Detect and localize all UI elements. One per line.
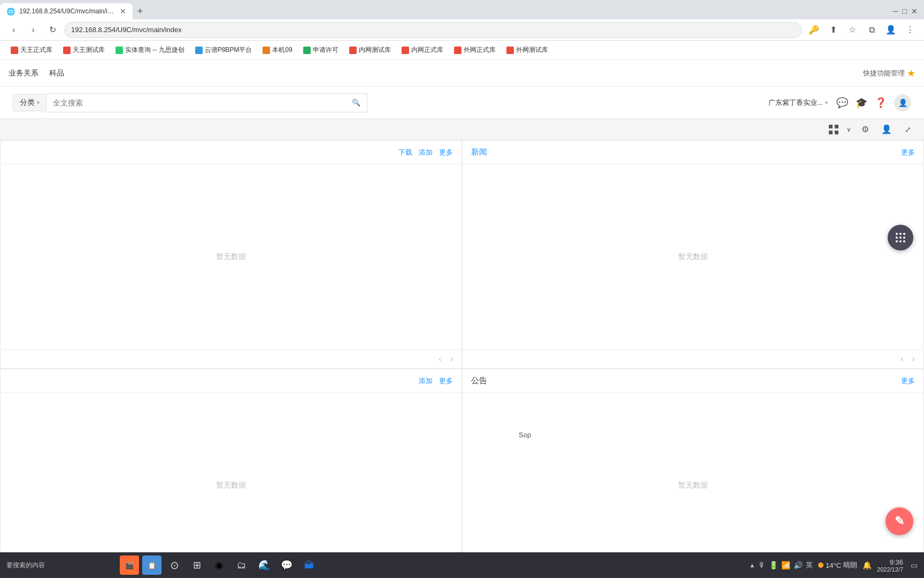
- taskbar-icon-clipboard[interactable]: 📋: [142, 556, 161, 575]
- tab-title: 192.168.8.254/U9C/mvc/main/index: [19, 7, 116, 15]
- toolbar-profile-btn[interactable]: 👤: [879, 122, 894, 137]
- panel-bottom-right-empty: 暂无数据: [678, 481, 708, 490]
- bookmark-icon-2: [63, 47, 71, 54]
- svg-point-12: [903, 240, 905, 242]
- more-btn-top-left[interactable]: 更多: [439, 148, 453, 157]
- taskbar-icons: 🎬 📋 ⊙ ⊞ ◉ 🗂 🌊 💬 🏔: [120, 556, 319, 575]
- browser-actions: 🔑 ⬆ ☆ ⧉ 👤 ⋮: [806, 22, 918, 37]
- minimize-btn[interactable]: ─: [893, 7, 898, 16]
- grid-view-btn[interactable]: [827, 123, 840, 136]
- bookmark-extranet-official[interactable]: 外网正式库: [450, 43, 500, 57]
- taskbar-icon-files[interactable]: 🗂: [232, 556, 251, 575]
- profile-btn[interactable]: 👤: [883, 22, 898, 37]
- search-input[interactable]: [53, 98, 352, 107]
- maximize-btn[interactable]: □: [903, 7, 907, 16]
- taskbar-volume-icon[interactable]: 🔊: [794, 561, 803, 569]
- company-selector[interactable]: 广东紫丁香实业... ▾: [768, 98, 828, 108]
- more-btn-bottom-right[interactable]: 更多: [901, 376, 915, 386]
- toolbar-chevron[interactable]: ∨: [846, 126, 851, 133]
- toolbar-expand-btn[interactable]: ⤢: [900, 122, 915, 137]
- back-button[interactable]: ‹: [6, 22, 21, 37]
- active-tab[interactable]: 🌐 192.168.8.254/U9C/mvc/main/index ✕: [0, 3, 133, 19]
- taskbar-icon-film[interactable]: 🎬: [120, 556, 139, 575]
- menu-btn[interactable]: ⋮: [903, 22, 918, 37]
- browser-chrome: 🌐 192.168.8.254/U9C/mvc/main/index ✕ + ─…: [0, 0, 924, 60]
- floating-edit-button[interactable]: ✎: [886, 507, 913, 535]
- toolbar-settings-btn[interactable]: ⚙: [858, 122, 873, 137]
- nav-item-business[interactable]: 业务关系: [9, 66, 38, 80]
- bookmark-tianwang-official[interactable]: 天王正式库: [6, 43, 57, 57]
- bookmark-intranet-official[interactable]: 内网正式库: [397, 43, 448, 57]
- taskbar-icon-edge[interactable]: 🌊: [255, 556, 274, 575]
- panel-bottom-left-body: 暂无数据: [1, 393, 461, 578]
- svg-point-7: [896, 237, 898, 239]
- bookmark-icon-8: [402, 47, 409, 54]
- notification-btn[interactable]: 🔔: [863, 561, 872, 569]
- taskbar-clock: 9:36 2022/12/7: [877, 558, 903, 573]
- floating-grid-button[interactable]: [888, 225, 913, 250]
- bookmark-btn[interactable]: ☆: [845, 22, 860, 37]
- add-btn-top-left[interactable]: 添加: [419, 148, 433, 157]
- taskbar-icon-grid[interactable]: ⊞: [187, 556, 206, 575]
- taskbar-sys-icons: ▲ 🎙 🔋 📶 🔊 英: [749, 560, 813, 570]
- taskbar-icon-wechat[interactable]: 💬: [277, 556, 296, 575]
- learn-icon-btn[interactable]: 🎓: [856, 97, 867, 109]
- bookmark-extranet-test[interactable]: 外网测试库: [502, 43, 552, 57]
- bookmark-icon-7: [349, 47, 357, 54]
- bookmark-label-8: 内网正式库: [411, 45, 443, 55]
- bookmark-tianwang-test[interactable]: 天王测试库: [59, 43, 109, 57]
- bookmark-label-10: 外网测试库: [516, 45, 548, 55]
- panel-top-right-next[interactable]: ›: [912, 354, 915, 364]
- bookmark-local09[interactable]: 本机09: [258, 43, 296, 57]
- taskbar-search-icon: ⊙: [170, 559, 179, 572]
- tab-close-btn[interactable]: ✕: [120, 7, 126, 16]
- more-btn-bottom-left[interactable]: 更多: [439, 376, 453, 386]
- address-bar[interactable]: 192.168.8.254/U9C/mvc/main/index: [64, 22, 802, 38]
- star-icon[interactable]: ★: [907, 67, 915, 79]
- taskbar-mountain-icon: 🏔: [304, 560, 314, 571]
- search-category-btn[interactable]: 分类 ▾: [13, 94, 47, 111]
- reload-button[interactable]: ↻: [45, 22, 60, 37]
- bookmark-label-2: 天王测试库: [73, 45, 105, 55]
- bookmark-apply-license[interactable]: 申请许可: [299, 43, 343, 57]
- message-icon-btn[interactable]: 💬: [836, 97, 848, 109]
- add-btn-bottom-left[interactable]: 添加: [419, 376, 433, 386]
- panel-top-right-footer: ‹ ›: [463, 349, 923, 368]
- key-icon-btn[interactable]: 🔑: [806, 22, 821, 37]
- taskbar-network-icon[interactable]: 📶: [781, 561, 790, 569]
- taskbar-chevron-up[interactable]: ▲: [749, 562, 755, 568]
- taskbar-icon-mountain[interactable]: 🏔: [299, 556, 319, 575]
- taskbar-mic-icon[interactable]: 🎙: [758, 561, 766, 569]
- download-btn[interactable]: 下载: [398, 148, 412, 157]
- bookmark-entity-query[interactable]: 实体查询 -- 九思捷创: [111, 43, 189, 57]
- panel-top-left-next[interactable]: ›: [450, 354, 453, 364]
- new-tab-button[interactable]: +: [133, 4, 148, 19]
- panel-bottom-right-actions: 更多: [901, 376, 915, 386]
- bookmark-yunpu[interactable]: 云谱P8BPM平台: [191, 43, 257, 57]
- taskbar-icon-search[interactable]: ⊙: [165, 556, 184, 575]
- quick-func-btn[interactable]: 快捷功能管理 ★: [863, 67, 915, 79]
- user-avatar[interactable]: 👤: [894, 94, 911, 111]
- panel-top-right-prev[interactable]: ‹: [900, 354, 903, 364]
- help-icon-btn[interactable]: ❓: [875, 97, 887, 109]
- desktop-show-btn[interactable]: ▭: [911, 561, 918, 569]
- panel-top-right-body: 暂无数据: [463, 164, 923, 349]
- forward-button[interactable]: ›: [26, 22, 41, 37]
- panel-top-left-actions: 下载 添加 更多: [398, 148, 453, 157]
- taskbar-icon-chrome[interactable]: ◉: [210, 556, 229, 575]
- weather-temp: 14°C: [826, 561, 841, 569]
- taskbar-search[interactable]: 要搜索的内容: [6, 561, 113, 570]
- nav-item-product[interactable]: 科品: [49, 66, 64, 80]
- close-btn[interactable]: ✕: [911, 7, 918, 16]
- panel-top-left-prev[interactable]: ‹: [438, 354, 441, 364]
- avatar-icon: 👤: [898, 98, 907, 107]
- bookmark-intranet-test[interactable]: 内网测试库: [345, 43, 395, 57]
- share-btn[interactable]: ⬆: [826, 22, 841, 37]
- split-btn[interactable]: ⧉: [864, 22, 879, 37]
- svg-rect-3: [835, 131, 838, 134]
- taskbar-ime-label[interactable]: 英: [806, 560, 813, 570]
- grid-icon: [827, 123, 840, 136]
- bookmark-icon-5: [263, 47, 270, 54]
- more-btn-top-right[interactable]: 更多: [901, 148, 915, 157]
- search-icon[interactable]: 🔍: [352, 98, 360, 107]
